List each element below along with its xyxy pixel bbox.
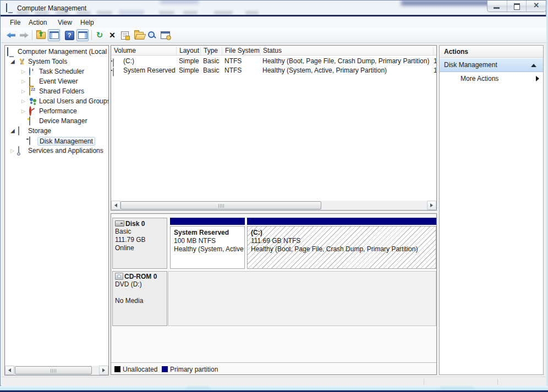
disk-kind: Basic [115,228,165,236]
help-button[interactable]: ? [63,29,75,41]
expanded-triangle-icon[interactable]: ◢ [10,58,17,65]
services-applications-icon [18,146,19,155]
restore-button[interactable] [507,1,527,12]
show-action-pane-button[interactable] [76,29,89,41]
task-scheduler-icon [29,67,30,76]
tree-item-label: Services and Applications [28,147,103,154]
tree-item-label: Computer Management (Local [18,48,107,56]
tree-item-label: Performance [39,107,77,115]
console-tree-pane: Computer Management (Local ◢ System Tool… [4,45,109,376]
desktop-blur [440,387,473,389]
disk-state: Online [115,244,165,252]
collapsed-triangle-icon[interactable]: ▷ [21,97,28,105]
tree-item-services-and-applications[interactable]: ▷ Services and Applications [5,146,108,156]
minimize-button[interactable] [487,1,507,12]
forward-button[interactable] [18,29,30,41]
back-icon [7,32,15,38]
app-icon [6,3,7,12]
more-actions-item[interactable]: More Actions [440,73,543,85]
toolbar: ? ↻ × [1,28,546,43]
back-button[interactable] [5,29,17,41]
menu-action[interactable]: Action [26,18,49,27]
scroll-right-button[interactable] [99,366,108,375]
up-folder-icon [36,32,46,39]
disk-graphical-pane: Disk 0 Basic 111.79 GB Online System Res… [111,213,437,375]
cell-status: Healthy (System, Active, Primary Partiti… [262,67,432,74]
scrollbar-thumb[interactable] [15,366,92,374]
device-manager-icon [29,117,30,125]
column-header-volume[interactable]: Volume [111,47,176,55]
performance-icon [29,106,31,116]
properties-button[interactable] [119,29,131,41]
collapsed-triangle-icon[interactable]: ▷ [21,78,28,85]
up-one-level-button[interactable] [35,29,47,41]
column-header-status[interactable]: Status [260,47,433,55]
actions-group-disk-management[interactable]: Disk Management [440,58,543,72]
show-console-tree-button[interactable] [48,29,60,41]
delete-button[interactable]: × [106,29,118,41]
tree-item-local-users-and-groups[interactable]: ▷ Local Users and Groups [5,96,108,106]
storage-icon [18,126,19,135]
column-header-type[interactable]: Type [200,47,222,55]
cdrom-media-area[interactable] [168,271,436,326]
tree-item-storage[interactable]: ◢ Storage [5,126,108,136]
menu-help[interactable]: Help [78,18,96,27]
cdrom-info-cell[interactable]: CD-ROM 0 DVD (D:) No Media [112,271,167,326]
disk0-info-cell[interactable]: Disk 0 Basic 111.79 GB Online [112,218,167,269]
open-button[interactable] [133,29,145,41]
collapsed-triangle-icon[interactable]: ▷ [10,147,17,154]
scroll-left-button[interactable] [5,366,14,375]
tree-item-computer-management[interactable]: Computer Management (Local [5,47,108,57]
toolbar-separator [91,30,92,40]
tree-item-system-tools[interactable]: ◢ System Tools [5,57,108,67]
tree-item-shared-folders[interactable]: ▷ Shared Folders [5,86,108,96]
legend-label: Unallocated [123,366,157,373]
customize-button[interactable] [159,29,171,41]
scroll-left-button[interactable] [111,201,120,210]
desktop-edge [0,386,548,390]
tree-item-task-scheduler[interactable]: ▷ Task Scheduler [5,67,108,76]
expanded-triangle-icon[interactable]: ◢ [10,127,17,135]
tree-item-performance[interactable]: ▷ Performance [5,106,108,116]
column-header-layout[interactable]: Layout [176,47,200,55]
volume-list-horizontal-scrollbar[interactable] [111,201,436,210]
more-actions-label: More Actions [461,75,498,82]
disk-size: 111.79 GB [115,236,165,244]
tree-item-disk-management[interactable]: Disk Management [5,136,108,146]
collapsed-triangle-icon[interactable]: ▷ [21,68,28,75]
restore-icon [514,3,520,10]
close-button[interactable]: ✕ [527,1,546,12]
find-button[interactable] [146,29,158,41]
menu-file[interactable]: File [8,18,23,27]
scrollbar-thumb[interactable] [120,201,321,209]
title-bar[interactable]: Computer Management ✕ [1,1,546,15]
collapsed-triangle-icon[interactable]: ▷ [21,87,28,95]
action-pane-icon [78,31,87,39]
menu-view[interactable]: View [56,18,74,27]
background-window-blur [214,11,233,14]
properties-icon [121,31,129,40]
collapsed-triangle-icon[interactable]: ▷ [21,107,28,115]
status-bar [1,377,546,386]
partition-system-reserved[interactable]: System Reserved 100 MB NTFS Healthy (Sys… [170,218,245,269]
primary-partition-bar [170,218,245,225]
column-header-file-system[interactable]: File System [222,47,260,55]
scroll-right-icon [430,203,433,207]
tree-item-device-manager[interactable]: Device Manager [5,116,108,126]
open-folder-icon [134,32,144,39]
console-tree-icon [50,31,59,39]
scroll-left-icon [114,203,117,207]
refresh-button[interactable]: ↻ [94,29,106,41]
volume-row-c[interactable]: (C:) Simple Basic NTFS Healthy (Boot, Pa… [111,56,436,65]
partition-c[interactable]: (C:) 111.69 GB NTFS Healthy (Boot, Page … [247,218,436,269]
tree-horizontal-scrollbar[interactable] [5,366,108,375]
column-header-capacity[interactable]: C [433,47,437,55]
tree-item-event-viewer[interactable]: ▷ Event Viewer [5,76,108,86]
volume-row-system-reserved[interactable]: System Reserved Simple Basic NTFS Health… [111,65,436,75]
cell-layout: Simple [179,67,201,74]
cdrom-kind: DVD (D:) [115,280,165,289]
scroll-right-button[interactable] [427,201,436,210]
actions-group-label: Disk Management [444,61,497,69]
collapse-group-icon[interactable] [531,64,536,67]
submenu-arrow-icon [536,76,539,81]
